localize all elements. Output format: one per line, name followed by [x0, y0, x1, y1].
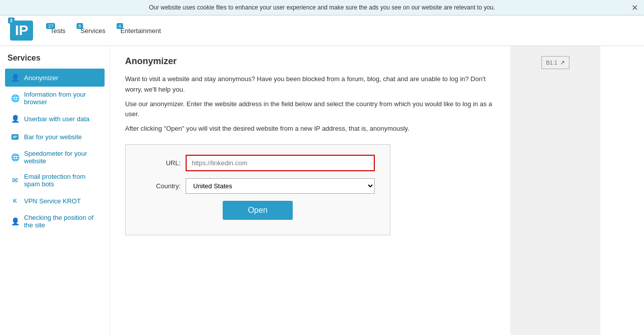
cookie-close-button[interactable]: ✕ — [631, 3, 638, 13]
logo-num: 2 — [8, 18, 15, 24]
country-select[interactable]: United States Germany France United King… — [186, 178, 375, 194]
user-icon: 👤 — [10, 114, 20, 124]
mask-icon: 👤 — [10, 73, 20, 83]
sidebar-item-browser-info[interactable]: 🌐 Information from your browser — [5, 87, 105, 110]
main-layout: Services 👤 Anonymizer 🌐 Information from… — [0, 46, 644, 335]
ad-arrow-icon: ↗ — [560, 59, 565, 66]
sidebar-item-position[interactable]: 👤 Checking the position of the site — [5, 210, 105, 233]
nav-services-badge: 8 — [77, 23, 83, 29]
main-nav: 27 Tests 8 Services 4 Entertainment — [50, 27, 161, 35]
sidebar-item-bar[interactable]: IP Bar for your website — [5, 128, 105, 146]
country-label: Country: — [141, 182, 181, 190]
logo: 2 IP — [10, 21, 35, 41]
nav-entertainment[interactable]: 4 Entertainment — [121, 27, 161, 35]
right-ad-panel: B1.1 ↗ — [510, 46, 600, 335]
sidebar-item-vpn[interactable]: K VPN Service KROT — [5, 192, 105, 210]
ad-label: B1.1 — [546, 60, 557, 66]
url-label: URL: — [141, 159, 181, 167]
globe-icon: 🌐 — [10, 93, 20, 103]
sidebar-item-speedometer[interactable]: 🌐 Speedometer for your website — [5, 146, 105, 169]
sidebar-item-email[interactable]: ✉ Email protection from spam bots — [5, 169, 105, 192]
vpn-icon: K — [10, 196, 20, 206]
ad-box[interactable]: B1.1 ↗ — [541, 56, 569, 69]
open-button[interactable]: Open — [223, 201, 292, 220]
url-row: URL: — [141, 155, 375, 171]
content-area: Anonymizer Want to visit a website and s… — [110, 46, 510, 335]
sidebar: Services 👤 Anonymizer 🌐 Information from… — [0, 46, 110, 335]
header: 2 IP 27 Tests 8 Services 4 Entertainment — [0, 16, 644, 46]
desc-para2: Use our anonymizer. Enter the website ad… — [125, 99, 495, 120]
desc-para3: After clicking "Open" you will visit the… — [125, 124, 495, 134]
content-description: Want to visit a website and stay anonymo… — [125, 74, 495, 134]
anonymizer-form: URL: Country: United States Germany Fran… — [125, 144, 390, 235]
sidebar-item-userbar[interactable]: 👤 Userbar with user data — [5, 110, 105, 128]
email-icon: ✉ — [10, 175, 20, 185]
nav-tests[interactable]: 27 Tests — [50, 27, 65, 35]
page-title: Anonymizer — [125, 56, 495, 67]
desc-para1: Want to visit a website and stay anonymo… — [125, 74, 495, 95]
nav-entertainment-badge: 4 — [117, 23, 123, 29]
url-input[interactable] — [186, 155, 375, 171]
ip-icon: IP — [10, 132, 20, 142]
cookie-message: Our website uses cookie files to enhance… — [149, 4, 495, 11]
cookie-banner: Our website uses cookie files to enhance… — [0, 0, 644, 16]
sidebar-item-anonymizer[interactable]: 👤 Anonymizer — [5, 69, 105, 87]
sidebar-title: Services — [5, 54, 105, 63]
speed-icon: 🌐 — [10, 152, 20, 162]
logo-ip[interactable]: IP — [10, 21, 33, 41]
position-icon: 👤 — [10, 216, 20, 226]
nav-services[interactable]: 8 Services — [81, 27, 106, 35]
nav-tests-badge: 27 — [46, 23, 55, 29]
country-row: Country: United States Germany France Un… — [141, 178, 375, 194]
